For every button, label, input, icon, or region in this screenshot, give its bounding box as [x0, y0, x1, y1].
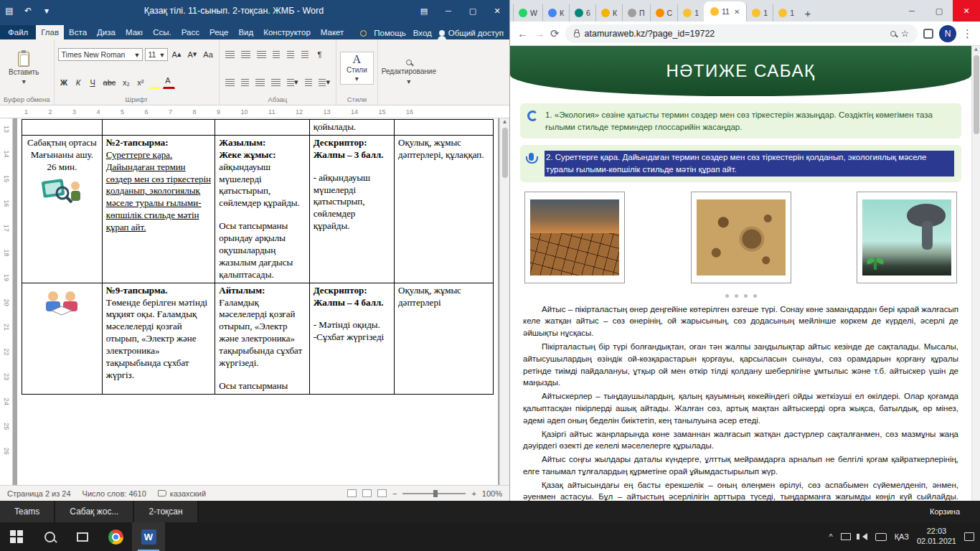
align-left-icon[interactable] [223, 76, 237, 89]
carousel-image-drought[interactable] [524, 192, 625, 283]
quick-access-dropdown-icon[interactable]: ▾ [37, 6, 56, 16]
chrome-maximize-button[interactable]: ▢ [925, 0, 953, 22]
tab-file[interactable]: Файл [0, 25, 36, 39]
print-layout-icon[interactable] [362, 489, 372, 497]
scrollbar-thumb[interactable] [502, 128, 508, 178]
word-minimize-button[interactable]: ─ [436, 0, 461, 22]
scrollbar-thumb[interactable] [974, 55, 979, 134]
back-icon[interactable]: ← [517, 27, 528, 39]
read-mode-icon[interactable] [347, 489, 357, 497]
taskbar-word-button[interactable]: W [132, 522, 165, 551]
browser-tab[interactable]: С [650, 4, 678, 22]
quick-access-icon[interactable]: ▤ [0, 6, 19, 16]
line-spacing-icon[interactable]: ▾ [285, 76, 301, 89]
language-indicator[interactable]: казахский [158, 489, 206, 498]
chrome-menu-icon[interactable]: ⋮ [962, 27, 973, 40]
browser-tab[interactable]: 1 [773, 4, 799, 22]
sort-icon[interactable] [299, 48, 311, 61]
task-cell[interactable]: №2-тапсырма: Суреттерге қара. Дайындаған… [102, 135, 215, 283]
forward-icon[interactable]: → [534, 27, 545, 39]
editing-button[interactable]: Редактирование [382, 67, 436, 75]
find-icon[interactable] [406, 60, 412, 65]
scroll-up-icon[interactable]: ▲ [974, 46, 979, 52]
tray-expand-icon[interactable]: ^ [829, 532, 833, 541]
speaker-icon[interactable] [859, 533, 867, 540]
url-text[interactable]: atamuraweb.kz/?page_id=19722 [585, 29, 715, 39]
tab-view[interactable]: Вид [233, 25, 258, 39]
tab-mailings[interactable]: Расс [176, 25, 204, 39]
taskbar-clock[interactable]: 22:03 02.01.2021 [917, 527, 956, 547]
chrome-close-button[interactable]: ✕ [953, 0, 980, 22]
resources-cell[interactable]: Оқулық, жұмыс дәптерлері, құлаққап. [395, 135, 494, 283]
browser-tab[interactable]: П [622, 4, 650, 22]
browser-tab[interactable]: К [542, 4, 569, 22]
highlight-color-button[interactable] [149, 76, 161, 89]
subscript-button[interactable]: x₂ [120, 76, 132, 89]
resources-cell[interactable]: Оқулық, жұмыс дәптерлері [395, 283, 494, 394]
chrome-minimize-button[interactable]: ─ [898, 0, 925, 22]
task-item-2[interactable]: 2. Суреттерге қара. Дайындаған термин сө… [520, 145, 961, 182]
zoom-slider[interactable] [402, 493, 466, 494]
tab-layout-doc[interactable]: Макı [121, 25, 148, 39]
tab-design[interactable]: Диза [92, 25, 121, 39]
task-item-1[interactable]: 1. «Экология» сөзіне қатысты термин сөзд… [520, 103, 961, 138]
browser-tab[interactable]: 6 [569, 4, 595, 22]
word-close-button[interactable]: ✕ [485, 0, 509, 22]
zoom-out-button[interactable]: − [392, 489, 397, 498]
shading-icon[interactable] [302, 76, 314, 89]
taskbar-button-teams[interactable]: Teams [0, 501, 55, 522]
shrink-font-button[interactable]: А▾ [185, 48, 199, 61]
stage-cell[interactable] [22, 283, 103, 394]
superscript-button[interactable]: x² [134, 76, 146, 89]
address-bar[interactable]: atamuraweb.kz/?page_id=19722 ☆ [565, 24, 918, 43]
language-switcher[interactable]: ҚАЗ [895, 532, 909, 541]
tab-insert[interactable]: Вста [64, 25, 92, 39]
extensions-icon[interactable] [923, 29, 933, 39]
tab-close-icon[interactable]: ✕ [734, 8, 740, 16]
taskbar-button-lesson-plan[interactable]: Сабақ жос... [55, 501, 134, 522]
editing-dropdown-icon[interactable]: ▾ [407, 77, 410, 85]
strikethrough-button[interactable]: abc [101, 76, 118, 89]
page-indicator[interactable]: Страница 2 из 24 [7, 489, 71, 498]
taskbar-button-term2[interactable]: 2-тоқсан [134, 501, 198, 522]
underline-button[interactable]: Ч [87, 76, 99, 89]
browser-tab[interactable]: W [513, 4, 542, 22]
skill-cell[interactable]: Айтылым: Ғаламдық мәселелерді қозғай оты… [215, 283, 309, 394]
web-layout-icon[interactable] [377, 489, 387, 497]
descriptor-cell[interactable]: Дескриптор: Жалпы – 3 балл. - айқындауыш… [309, 135, 394, 283]
share-button[interactable]: Общий доступ [439, 29, 504, 37]
justify-icon[interactable] [269, 76, 283, 89]
tab-home[interactable]: Глав [36, 25, 64, 39]
italic-button[interactable]: К [72, 76, 85, 89]
decrease-indent-icon[interactable] [270, 48, 283, 61]
table-cell[interactable]: қойылады. [309, 120, 394, 136]
taskbar-search-button[interactable] [33, 522, 66, 551]
carousel-image-craters[interactable] [691, 192, 791, 283]
chrome-scrollbar[interactable]: ▲ [971, 46, 980, 501]
carousel-image-explosion[interactable] [857, 192, 957, 283]
scroll-up-icon[interactable]: ▲ [502, 118, 508, 125]
font-size-select[interactable]: 11 ▾ [145, 48, 168, 61]
tab-table-layout[interactable]: Макет [316, 25, 349, 39]
zoom-in-button[interactable]: + [471, 489, 476, 498]
bullet-list-icon[interactable] [223, 48, 237, 61]
start-button[interactable] [0, 522, 33, 551]
styles-button[interactable]: А Стили ▾ [340, 52, 374, 85]
font-color-button[interactable]: А [163, 76, 175, 89]
multilevel-list-icon[interactable] [255, 48, 268, 61]
carousel-dots[interactable] [510, 285, 971, 302]
profile-avatar[interactable]: N [939, 25, 956, 42]
bookmark-star-icon[interactable]: ☆ [901, 28, 909, 39]
browser-tab[interactable]: К [595, 4, 622, 22]
increase-indent-icon[interactable] [285, 48, 297, 61]
new-tab-button[interactable]: + [799, 4, 816, 22]
borders-icon[interactable]: ▾ [316, 76, 332, 89]
grow-font-button[interactable]: А▴ [170, 48, 184, 61]
browser-tab[interactable]: 1 [677, 4, 704, 22]
reload-icon[interactable]: ⟳ [550, 27, 560, 40]
stage-cell[interactable]: Сабақтың ортасы Мағынаны ашу. 26 мин. [22, 135, 103, 283]
document-page[interactable]: қойылады. Сабақтың ортасы Мағынаны ашу. … [17, 118, 498, 485]
lock-icon[interactable] [574, 32, 580, 37]
numbered-list-icon[interactable] [239, 48, 253, 61]
change-case-button[interactable]: Аа [201, 48, 215, 61]
